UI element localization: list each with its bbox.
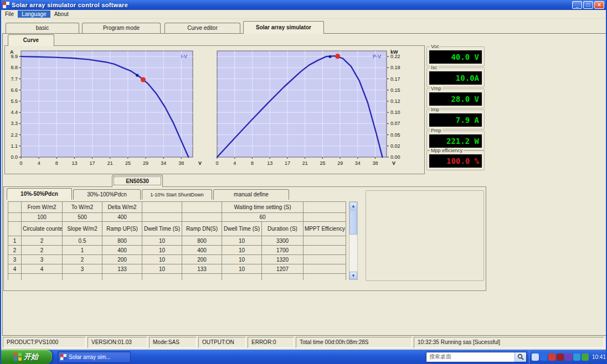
- table-cell[interactable]: [8, 213, 22, 222]
- table-cell[interactable]: [142, 274, 182, 280]
- close-button[interactable]: ✕: [594, 1, 604, 9]
- table-cell[interactable]: 2: [22, 236, 63, 246]
- search-icon[interactable]: [515, 352, 526, 362]
- maximize-button[interactable]: □: [583, 1, 593, 9]
- scroll-down-icon[interactable]: ▼: [349, 272, 357, 279]
- table-cell[interactable]: [304, 213, 346, 222]
- tray-icon[interactable]: [548, 353, 555, 361]
- tray-icon[interactable]: [532, 353, 539, 361]
- svg-text:V: V: [198, 160, 202, 166]
- tray-icon[interactable]: [540, 353, 547, 361]
- tab-curve-editor[interactable]: Curve editor: [164, 23, 240, 33]
- table-cell[interactable]: 1700: [262, 246, 304, 255]
- table-cell[interactable]: 800: [102, 236, 142, 246]
- svg-text:21: 21: [302, 160, 308, 166]
- svg-text:29: 29: [337, 160, 343, 166]
- table-cell[interactable]: 4: [22, 264, 63, 274]
- tab-solar-array-simulator[interactable]: Solar array simulator: [243, 21, 324, 34]
- tab-basic[interactable]: basic: [6, 23, 79, 33]
- tab-program-mode[interactable]: Program mode: [82, 23, 161, 33]
- svg-text:A: A: [10, 49, 14, 55]
- table-cell[interactable]: 3: [8, 255, 22, 264]
- tab-30-100-pdcn[interactable]: 30%-100%Pdcn: [73, 189, 141, 200]
- table-cell[interactable]: 1: [63, 246, 102, 255]
- table-cell[interactable]: 800: [182, 236, 222, 246]
- table-cell[interactable]: 10: [222, 264, 262, 274]
- table-scrollbar[interactable]: ▲ ▼: [349, 201, 358, 280]
- table-cell[interactable]: [102, 274, 142, 280]
- table-cell[interactable]: [182, 274, 222, 280]
- menu-item-about[interactable]: About: [50, 11, 73, 18]
- table-cell[interactable]: 133: [102, 264, 142, 274]
- table-cell[interactable]: 10: [222, 255, 262, 264]
- taskbar-app-button[interactable]: Solar array sim...: [58, 351, 131, 363]
- table-cell[interactable]: [262, 274, 304, 280]
- readout-voc: Voc 40.0 V: [426, 46, 485, 66]
- table-cell[interactable]: 3300: [262, 236, 304, 246]
- scrollbar-thumb[interactable]: [349, 210, 357, 235]
- readout-vmp: Vmp 28.0 V: [426, 89, 485, 108]
- table-cell[interactable]: 100: [22, 213, 63, 222]
- table-cell[interactable]: [8, 274, 22, 280]
- table-cell[interactable]: 2: [22, 246, 63, 255]
- tab-manual-define[interactable]: manual define: [213, 189, 289, 200]
- tray-icon[interactable]: [573, 353, 580, 361]
- pv-curve-chart: 04813172125293438V0.220.190.170.150.120.…: [214, 48, 411, 169]
- tray-icon[interactable]: [565, 353, 572, 361]
- readout-pmp-value: 221.2 W: [429, 134, 482, 148]
- table-cell[interactable]: [304, 264, 346, 274]
- table-cell[interactable]: [63, 274, 102, 280]
- table-cell[interactable]: 400: [102, 213, 142, 222]
- table-cell[interactable]: 200: [102, 255, 142, 264]
- table-cell[interactable]: 2: [63, 255, 102, 264]
- table-cell[interactable]: [142, 213, 182, 222]
- table-cell[interactable]: 60: [222, 213, 304, 222]
- table-cell[interactable]: 10: [142, 264, 182, 274]
- table-cell[interactable]: 3: [63, 264, 102, 274]
- table-cell[interactable]: 400: [182, 246, 222, 255]
- table-cell[interactable]: 2: [8, 246, 22, 255]
- table-cell[interactable]: 200: [182, 255, 222, 264]
- table-cell[interactable]: 10: [222, 236, 262, 246]
- table-cell[interactable]: 0.5: [63, 236, 102, 246]
- svg-text:38: 38: [178, 160, 184, 166]
- table-cell[interactable]: [304, 236, 346, 246]
- table-cell[interactable]: 10: [222, 246, 262, 255]
- table-cell[interactable]: [22, 274, 63, 280]
- taskbar-app-label: Solar array sim...: [69, 354, 111, 360]
- table-cell[interactable]: [182, 213, 222, 222]
- table-cell[interactable]: 133: [182, 264, 222, 274]
- readout-voc-label: Voc: [430, 44, 440, 49]
- table-header-cell: [304, 202, 346, 213]
- tray-icon[interactable]: [582, 353, 589, 361]
- minimize-button[interactable]: _: [572, 1, 582, 9]
- tray-icon[interactable]: [557, 353, 564, 361]
- table-cell[interactable]: 10: [142, 236, 182, 246]
- desktop-search-box[interactable]: 搜索桌面: [426, 352, 527, 362]
- table-cell[interactable]: [304, 246, 346, 255]
- tab-curve[interactable]: Curve: [8, 34, 54, 46]
- table-cell[interactable]: 1207: [262, 264, 304, 274]
- table-cell[interactable]: [222, 274, 262, 280]
- menu-item-language[interactable]: Language: [18, 11, 50, 18]
- scroll-up-icon[interactable]: ▲: [349, 202, 357, 210]
- table-header-row: Circulate counterSlope W/m2Ramp UP(S)Dwe…: [8, 222, 346, 236]
- svg-text:4.4: 4.4: [11, 110, 18, 115]
- table-cell[interactable]: 1320: [262, 255, 304, 264]
- table-cell[interactable]: 10: [142, 246, 182, 255]
- table-row: 120.580010800103300: [8, 236, 346, 246]
- table-cell[interactable]: 1: [8, 236, 22, 246]
- tab-10-50-pdcn[interactable]: 10%-50%Pdcn: [7, 188, 72, 200]
- table-cell[interactable]: 500: [63, 213, 102, 222]
- svg-text:0: 0: [19, 160, 22, 166]
- table-cell[interactable]: [304, 255, 346, 264]
- table-cell[interactable]: 10: [142, 255, 182, 264]
- table-cell[interactable]: [304, 274, 346, 280]
- tab-1-10-start-shuntdown[interactable]: 1-10% Start ShuntDown: [142, 189, 212, 200]
- table-cell[interactable]: 400: [102, 246, 142, 255]
- start-button[interactable]: 开始: [0, 350, 52, 364]
- menu-item-file[interactable]: File: [1, 11, 18, 18]
- tab-en50530[interactable]: EN50530: [112, 175, 163, 187]
- table-cell[interactable]: 4: [8, 264, 22, 274]
- table-cell[interactable]: 3: [22, 255, 63, 264]
